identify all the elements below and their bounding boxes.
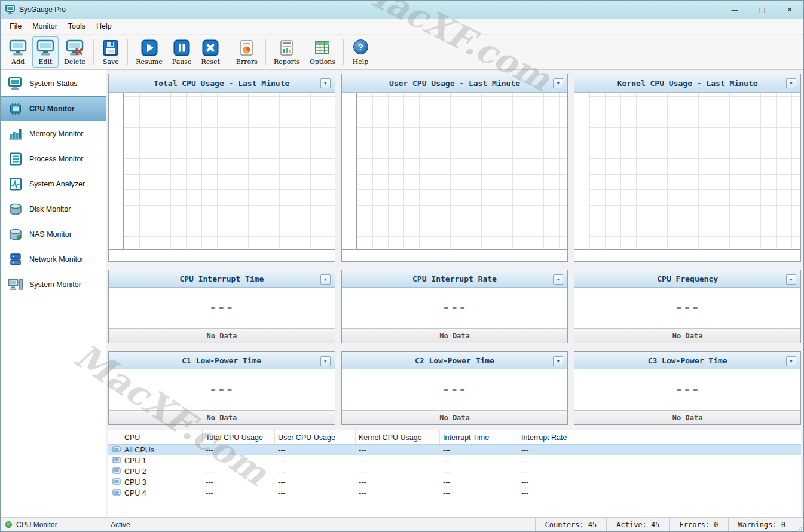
- sidebar-item-network-monitor[interactable]: Network Monitor: [1, 247, 106, 272]
- menu-monitor[interactable]: Monitor: [27, 19, 63, 33]
- gauge-cpu-interrupt-rate: CPU Interrupt Rate ▼ --- No Data: [341, 270, 568, 343]
- cpu-row-icon: [112, 489, 121, 498]
- chevron-down-icon: ▼: [323, 359, 328, 363]
- gauge-options-dropdown[interactable]: ▼: [786, 274, 796, 285]
- sidebar-item-process-monitor[interactable]: Process Monitor: [1, 146, 106, 172]
- add-button[interactable]: Add: [5, 36, 31, 68]
- sidebar-item-nas-monitor[interactable]: NAS Monitor: [1, 222, 106, 247]
- sidebar-item-system-status[interactable]: System Status: [1, 71, 106, 96]
- chevron-down-icon: ▼: [323, 81, 328, 85]
- menu-tools[interactable]: Tools: [63, 19, 91, 33]
- chart-panel-total-cpu: Total CPU Usage - Last Minute ▼: [108, 74, 335, 262]
- chart-options-dropdown[interactable]: ▼: [786, 78, 796, 88]
- errors-icon: [239, 39, 255, 57]
- column-header-kernel-cpu-usage[interactable]: Kernel CPU Usage: [356, 430, 440, 444]
- window-controls: — ▢ ✕: [721, 1, 803, 19]
- chart-title: Total CPU Usage - Last Minute: [154, 79, 289, 88]
- table-row-cpu-4[interactable]: CPU 4 --- --- --- --- ---: [108, 488, 801, 499]
- sidebar-item-memory-monitor[interactable]: Memory Monitor: [1, 121, 106, 146]
- chart-plot-area: [109, 93, 335, 261]
- gauge-options-dropdown[interactable]: ▼: [320, 274, 331, 285]
- maximize-button[interactable]: ▢: [748, 1, 776, 19]
- reports-button[interactable]: Reports: [270, 36, 304, 68]
- chevron-down-icon: ▼: [323, 277, 328, 282]
- resume-button[interactable]: Resume: [132, 36, 166, 68]
- active-status-indicator-icon: [5, 521, 12, 528]
- chevron-down-icon: ▼: [556, 359, 560, 363]
- close-button[interactable]: ✕: [776, 1, 803, 19]
- gauge-value: ---: [574, 369, 800, 410]
- column-header-cpu[interactable]: CPU: [108, 430, 203, 444]
- gauge-options-dropdown[interactable]: ▼: [320, 356, 331, 366]
- chevron-down-icon: ▼: [556, 81, 560, 85]
- process-monitor-icon: [7, 152, 24, 166]
- delete-computer-icon: [66, 39, 84, 57]
- pause-button[interactable]: Pause: [168, 36, 196, 68]
- chart-options-dropdown[interactable]: ▼: [320, 78, 331, 88]
- sidebar-item-disk-monitor[interactable]: Disk Monitor: [1, 197, 106, 222]
- gauge-c2-low-power-time: C2 Low-Power Time ▼ --- No Data: [341, 351, 568, 425]
- system-monitor-icon: [7, 278, 24, 291]
- reset-icon: [202, 39, 219, 57]
- sidebar-item-system-analyzer[interactable]: System Analyzer: [1, 172, 106, 197]
- system-analyzer-icon: [7, 178, 24, 191]
- gauge-status: No Data: [574, 328, 800, 343]
- edit-button[interactable]: Edit: [32, 36, 59, 68]
- sidebar-item-system-monitor[interactable]: System Monitor: [1, 272, 106, 297]
- delete-button[interactable]: Delete: [60, 36, 90, 68]
- options-icon: [314, 39, 331, 57]
- column-header-interrupt-time[interactable]: Interrupt Time: [440, 430, 518, 444]
- maximize-icon: ▢: [759, 6, 765, 14]
- table-row-cpu-1[interactable]: CPU 1 --- --- --- --- ---: [108, 455, 801, 466]
- table-row-cpu-3[interactable]: CPU 3 --- --- --- --- ---: [108, 477, 801, 488]
- charts-row: Total CPU Usage - Last Minute ▼ User CPU…: [108, 74, 801, 262]
- chart-options-dropdown[interactable]: ▼: [553, 78, 563, 88]
- status-active-count: Active: 45: [606, 518, 669, 531]
- column-header-interrupt-rate[interactable]: Interrupt Rate: [518, 430, 801, 444]
- status-state: Active: [106, 521, 535, 529]
- app-window: MacXF.com MacXF.com SysGauge Pro — ▢ ✕ F…: [0, 0, 804, 532]
- cpu-row-icon: [112, 446, 121, 455]
- gauge-title: CPU Interrupt Rate: [412, 274, 497, 283]
- help-button[interactable]: ? Help: [347, 36, 374, 68]
- close-icon: ✕: [787, 6, 792, 14]
- chart-title: Kernel CPU Usage - Last Minute: [617, 79, 758, 88]
- chevron-down-icon: ▼: [556, 277, 560, 282]
- menu-file[interactable]: File: [4, 19, 27, 33]
- errors-button[interactable]: Errors: [232, 36, 262, 68]
- resume-icon: [141, 39, 158, 57]
- save-button[interactable]: Save: [97, 36, 124, 68]
- minimize-button[interactable]: —: [721, 1, 748, 19]
- sidebar: System Status CPU Monitor Memory Monitor…: [1, 70, 106, 517]
- gauge-title: C3 Low-Power Time: [648, 356, 727, 365]
- gauge-value: ---: [109, 369, 335, 410]
- chevron-down-icon: ▼: [789, 277, 793, 282]
- column-header-user-cpu-usage[interactable]: User CPU Usage: [275, 430, 356, 444]
- gauge-cpu-frequency: CPU Frequency ▼ --- No Data: [574, 270, 801, 343]
- gauge-options-dropdown[interactable]: ▼: [786, 356, 796, 366]
- gauge-header: CPU Interrupt Rate ▼: [342, 270, 568, 288]
- chart-header: User CPU Usage - Last Minute ▼: [342, 74, 568, 93]
- gauge-header: C2 Low-Power Time ▼: [342, 352, 568, 369]
- status-warnings-count: Warnings: 0: [728, 518, 795, 531]
- reset-button[interactable]: Reset: [197, 36, 224, 68]
- table-row-all-cpus[interactable]: All CPUs --- --- --- --- ---: [108, 445, 801, 455]
- gauge-options-dropdown[interactable]: ▼: [553, 274, 563, 285]
- toolbar-separator: [93, 39, 94, 65]
- table-row-cpu-2[interactable]: CPU 2 --- --- --- --- ---: [108, 466, 801, 477]
- gauge-options-dropdown[interactable]: ▼: [553, 356, 563, 366]
- add-computer-icon: [9, 39, 27, 57]
- gauge-header: C3 Low-Power Time ▼: [574, 352, 800, 369]
- resize-grip[interactable]: [795, 518, 803, 531]
- gauge-title: C2 Low-Power Time: [415, 356, 494, 365]
- gauge-value: ---: [342, 288, 568, 328]
- sidebar-item-cpu-monitor[interactable]: CPU Monitor: [1, 96, 106, 121]
- column-header-total-cpu-usage[interactable]: Total CPU Usage: [203, 430, 275, 444]
- options-button[interactable]: Options: [305, 36, 340, 68]
- system-status-icon: [7, 77, 24, 90]
- status-monitor-label: CPU Monitor: [16, 521, 57, 529]
- gauge-c3-low-power-time: C3 Low-Power Time ▼ --- No Data: [574, 351, 801, 425]
- menu-help[interactable]: Help: [91, 19, 117, 33]
- minimize-icon: —: [732, 6, 738, 13]
- chart-plot-area: [342, 93, 568, 261]
